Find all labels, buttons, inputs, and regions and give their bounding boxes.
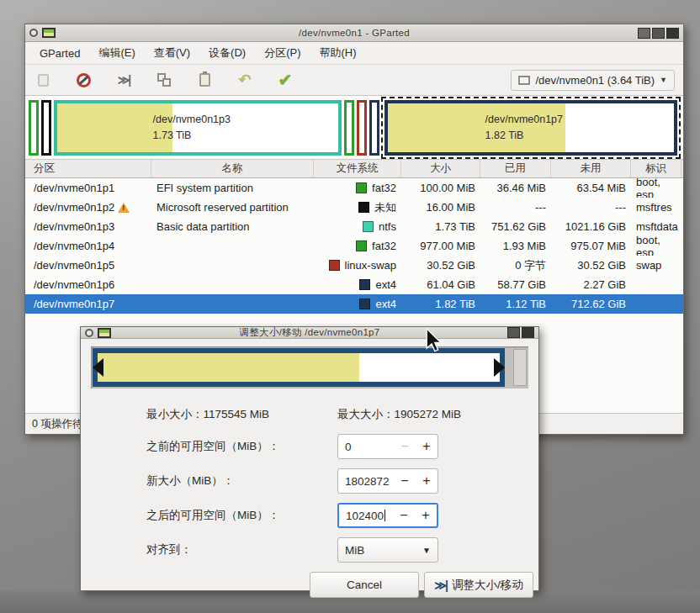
fs-cell: linux-swap <box>314 256 401 275</box>
header-used[interactable]: 已用 <box>480 160 551 177</box>
minus-icon[interactable]: − <box>394 473 416 489</box>
partition-cell: /dev/nvme0n1p1 <box>25 178 151 198</box>
resize-move-button[interactable]: ≫| 调整大小/移动 <box>424 572 533 598</box>
maximize-button[interactable] <box>652 28 665 39</box>
fs-color-swatch <box>363 221 374 232</box>
header-partition[interactable]: 分区 <box>25 160 151 177</box>
partition-cell: /dev/nvme0n1p6 <box>25 275 151 294</box>
dialog-titlebar[interactable]: 调整大小/移动 /dev/nvme0n1p7 <box>81 327 538 339</box>
new-partition-icon[interactable] <box>34 71 52 89</box>
paste-icon[interactable] <box>195 71 214 89</box>
mouse-cursor-icon <box>425 329 445 352</box>
name-cell <box>151 294 314 314</box>
free-space-before-value[interactable]: 0 <box>338 441 394 453</box>
menu-edit[interactable]: 编辑(E) <box>91 43 142 63</box>
plus-icon[interactable]: + <box>416 473 438 489</box>
size-cell: 1.82 TiB <box>401 294 480 314</box>
text-caret <box>384 510 385 521</box>
header-filesystem[interactable]: 文件系统 <box>314 160 401 177</box>
diskmap-partition-p3[interactable]: /dev/nvme0n1p3 1.73 TiB <box>54 100 342 156</box>
resize-handle-right-icon[interactable] <box>494 358 505 377</box>
copy-icon[interactable] <box>155 71 173 89</box>
table-row[interactable]: /dev/nvme0n1p3 Basic data partition ntfs… <box>25 217 683 236</box>
resize-trough <box>91 346 528 388</box>
menu-help[interactable]: 帮助(H) <box>312 43 364 63</box>
free-space-before-spinbutton[interactable]: 0 − + <box>337 434 438 459</box>
unused-cell: 1021.16 GiB <box>551 217 631 236</box>
used-cell: --- <box>480 198 551 217</box>
menu-device[interactable]: 设备(D) <box>201 43 253 63</box>
plus-icon[interactable]: + <box>415 508 437 523</box>
main-titlebar[interactable]: /dev/nvme0n1 - GParted <box>25 24 683 42</box>
header-name[interactable]: 名称 <box>151 160 314 177</box>
table-row[interactable]: /dev/nvme0n1p5 linux-swap 30.52 GiB 0 字节… <box>25 256 683 275</box>
table-row[interactable]: /dev/nvme0n1p4 fat32 977.00 MiB 1.93 MiB… <box>25 236 683 256</box>
header-size[interactable]: 大小 <box>401 160 480 177</box>
undo-icon[interactable]: ↶ <box>236 71 254 89</box>
table-row[interactable]: /dev/nvme0n1p6 ext4 61.04 GiB 58.77 GiB … <box>25 275 683 294</box>
diskmap-partition-p1[interactable] <box>29 100 39 156</box>
new-size-value[interactable]: 1802872 <box>338 475 394 488</box>
header-unused[interactable]: 未用 <box>551 160 631 177</box>
partition-cell: /dev/nvme0n1p4 <box>25 236 151 256</box>
diskmap-p3-size: 1.73 TiB <box>153 128 338 144</box>
used-cell: 1.93 MiB <box>480 236 551 256</box>
unused-cell: --- <box>551 198 631 217</box>
diskmap-partition-p2[interactable] <box>41 100 51 156</box>
menu-partition[interactable]: 分区(P) <box>257 43 308 63</box>
flags-cell <box>631 275 681 294</box>
name-cell <box>151 275 314 294</box>
minus-icon[interactable]: − <box>393 508 415 523</box>
dialog-title: 调整大小/移动 /dev/nvme0n1p7 <box>81 326 538 339</box>
window-menu-icon[interactable] <box>29 29 38 37</box>
plus-icon[interactable]: + <box>416 439 438 454</box>
maximize-button[interactable] <box>507 327 520 338</box>
new-size-spinbutton[interactable]: 1802872 − + <box>337 468 438 494</box>
delete-partition-icon[interactable] <box>74 71 93 89</box>
name-cell: EFI system partition <box>151 178 314 198</box>
close-button[interactable] <box>522 327 534 338</box>
cancel-button[interactable]: Cancel <box>310 572 419 598</box>
size-cell: 1.73 TiB <box>401 217 480 236</box>
name-cell <box>151 256 314 275</box>
free-space-after-spinbutton[interactable]: 102400 − + <box>337 503 438 528</box>
diskmap-partition-p6[interactable] <box>369 100 379 156</box>
diskmap-p7-size: 1.82 TiB <box>485 128 674 144</box>
resize-handle-left-icon[interactable] <box>93 358 103 377</box>
resize-move-icon[interactable]: ≫| <box>114 71 133 89</box>
device-selector[interactable]: /dev/nvme0n1 (3.64 TiB) ▼ <box>511 70 675 91</box>
unused-cell: 2.27 GiB <box>551 275 631 294</box>
partition-resize-frame[interactable] <box>93 348 505 387</box>
size-cell: 30.52 GiB <box>401 256 480 275</box>
table-row-selected[interactable]: /dev/nvme0n1p7 ext4 1.82 TiB 1.12 TiB 71… <box>25 294 683 314</box>
used-cell: 36.46 MiB <box>480 178 551 198</box>
min-size-label: 最小大小：1175545 MiB <box>146 407 337 422</box>
fs-color-swatch <box>358 202 369 213</box>
fs-color-swatch <box>359 299 370 309</box>
menu-gparted[interactable]: GParted <box>32 45 88 62</box>
align-to-dropdown[interactable]: MiB ▼ <box>337 537 438 563</box>
resize-move-dialog: 调整大小/移动 /dev/nvme0n1p7 最小大小：1175545 MiB … <box>80 326 539 591</box>
used-space <box>98 353 359 382</box>
minimize-button[interactable] <box>638 28 650 39</box>
diskmap-partition-p5[interactable] <box>357 100 367 156</box>
disk-map: /dev/nvme0n1p3 1.73 TiB /dev/nvme0n1p7 1… <box>25 96 683 160</box>
fs-color-swatch <box>356 182 367 193</box>
dialog-buttons: Cancel ≫| 调整大小/移动 <box>81 572 538 606</box>
table-row[interactable]: /dev/nvme0n1p1 EFI system partition fat3… <box>25 178 683 198</box>
menu-view[interactable]: 查看(V) <box>146 43 198 63</box>
close-button[interactable] <box>666 28 679 39</box>
window-menu-icon[interactable] <box>85 329 93 337</box>
fs-color-swatch <box>329 260 340 271</box>
diskmap-p7-device: /dev/nvme0n1p7 <box>485 112 674 128</box>
minus-icon[interactable]: − <box>394 439 416 454</box>
dialog-form: 最小大小：1175545 MiB 最大大小：1905272 MiB 之前的可用空… <box>81 394 538 572</box>
gparted-app-icon <box>42 28 56 38</box>
free-space-after-value[interactable]: 102400 <box>339 510 393 522</box>
free-space-after-label: 之后的可用空间（MiB）： <box>146 508 337 523</box>
diskmap-partition-p4[interactable] <box>344 100 354 156</box>
free-space-after-area <box>513 349 527 386</box>
apply-icon[interactable]: ✔ <box>276 71 294 89</box>
table-row[interactable]: /dev/nvme0n1p2 Microsoft reserved partit… <box>25 198 683 217</box>
diskmap-partition-p7-selected[interactable]: /dev/nvme0n1p7 1.82 TiB <box>384 100 677 156</box>
